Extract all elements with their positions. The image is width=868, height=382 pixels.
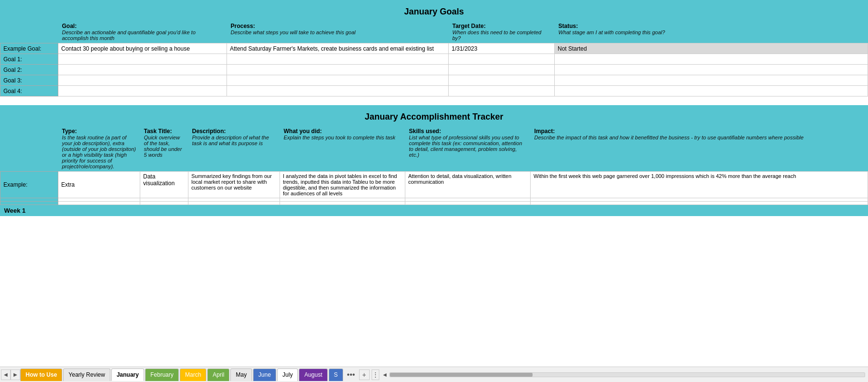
acc-example-skills[interactable]: Attention to detail, data visualization,…: [405, 172, 531, 198]
acc-1-type[interactable]: [58, 198, 140, 202]
tab-prev-btn[interactable]: ◀: [1, 369, 11, 380]
tab-january[interactable]: January: [111, 368, 144, 381]
acc-task-desc: Quick overview of the task, should be un…: [144, 135, 185, 158]
acc-2-desc[interactable]: [188, 202, 280, 205]
accomplishment-title: January Accomplishment Tracker: [0, 109, 868, 126]
acc-row-2: [0, 202, 868, 205]
scrollbar-area: ◄: [380, 371, 867, 378]
acc-row-1: [0, 198, 868, 202]
acc-desc-desc: Provide a description of what the task i…: [192, 135, 276, 146]
acc-what-desc: Explain the steps you took to complete t…: [284, 135, 401, 140]
goal-1-status[interactable]: [555, 54, 868, 65]
scrollbar-track[interactable]: [389, 372, 865, 377]
tab-options-btn[interactable]: ⋮: [372, 369, 379, 380]
acc-2-task[interactable]: [140, 202, 188, 205]
acc-1-skills[interactable]: [405, 198, 531, 202]
acc-row-label-example: Example:: [0, 172, 58, 198]
goals-table: Goal: Describe an actionable and quantif…: [0, 21, 868, 96]
tab-july[interactable]: July: [277, 368, 298, 381]
goal-row-label-2: Goal 2:: [0, 65, 58, 75]
goal-1-target[interactable]: [449, 54, 555, 65]
goal-row-label-3: Goal 3:: [0, 75, 58, 86]
goal-3-status[interactable]: [555, 75, 868, 86]
acc-type-desc: Is the task routine (a part of your job …: [62, 135, 136, 169]
acc-impact-label: Impact:: [534, 128, 864, 135]
goals-title: January Goals: [0, 4, 868, 21]
goal-1-goal[interactable]: [58, 54, 227, 65]
week-label: Week 1: [0, 205, 868, 217]
tab-how-to-use[interactable]: How to Use: [20, 368, 62, 381]
goal-example-target[interactable]: 1/31/2023: [449, 43, 555, 54]
tab-next-btn[interactable]: ▶: [11, 369, 20, 380]
goal-2-goal[interactable]: [58, 65, 227, 75]
accomplishment-section: January Accomplishment Tracker Type: Is …: [0, 105, 868, 216]
tab-august[interactable]: August: [299, 368, 327, 381]
goal-4-status[interactable]: [555, 86, 868, 96]
tab-march[interactable]: March: [180, 368, 206, 381]
goal-row-label-example: Example Goal:: [0, 43, 58, 54]
acc-2-impact[interactable]: [531, 202, 868, 205]
status-col-label: Status:: [559, 23, 864, 29]
acc-impact-desc: Describe the impact of this task and how…: [534, 135, 864, 140]
goal-row-label-1: Goal 1:: [0, 54, 58, 65]
acc-skills-desc: List what type of professional skills yo…: [409, 135, 527, 158]
acc-what-label: What you did:: [284, 128, 401, 135]
goal-col-desc: Describe an actionable and quantifiable …: [62, 29, 223, 41]
tab-more-btn[interactable]: •••: [344, 370, 358, 379]
goal-col-label: Goal:: [62, 23, 223, 29]
goal-example-process[interactable]: Attend Saturday Farmer's Markets, create…: [227, 43, 449, 54]
acc-2-skills[interactable]: [405, 202, 531, 205]
acc-example-desc[interactable]: Summarized key findings from our local m…: [188, 172, 280, 198]
tab-s[interactable]: S: [329, 368, 343, 381]
goal-example-goal[interactable]: Contact 30 people about buying or sellin…: [58, 43, 227, 54]
goal-example-row: Example Goal: Contact 30 people about bu…: [0, 43, 868, 54]
goal-row-2: Goal 2:: [0, 65, 868, 75]
goal-2-target[interactable]: [449, 65, 555, 75]
acc-1-what[interactable]: [280, 198, 405, 202]
goal-3-target[interactable]: [449, 75, 555, 86]
tab-may[interactable]: May: [230, 368, 252, 381]
goal-1-process[interactable]: [227, 54, 449, 65]
acc-example-type[interactable]: Extra: [58, 172, 140, 198]
process-col-desc: Describe what steps you will take to ach…: [231, 29, 445, 35]
tab-bar: ◀ ▶ How to Use Yearly Review January Feb…: [0, 367, 868, 382]
target-col-label: Target Date:: [453, 23, 551, 29]
goal-4-process[interactable]: [227, 86, 449, 96]
goal-3-process[interactable]: [227, 75, 449, 86]
acc-row-label-2: [0, 202, 58, 205]
acc-example-impact[interactable]: Within the first week this web page garn…: [531, 172, 868, 198]
week-row: Week 1: [0, 205, 868, 217]
goal-example-status[interactable]: Not Started: [555, 43, 868, 54]
acc-skills-label: Skills used:: [409, 128, 527, 135]
goal-row-3: Goal 3:: [0, 75, 868, 86]
goal-row-4: Goal 4:: [0, 86, 868, 96]
goal-2-status[interactable]: [555, 65, 868, 75]
tab-april[interactable]: April: [207, 368, 229, 381]
tab-february[interactable]: February: [145, 368, 179, 381]
status-col-desc: What stage am I at with completing this …: [559, 29, 864, 35]
acc-2-what[interactable]: [280, 202, 405, 205]
tab-june[interactable]: June: [253, 368, 276, 381]
goal-row-label-4: Goal 4:: [0, 86, 58, 96]
goal-2-process[interactable]: [227, 65, 449, 75]
acc-example-what[interactable]: I analyzed the data in pivot tables in e…: [280, 172, 405, 198]
process-col-label: Process:: [231, 23, 445, 29]
goal-row-1: Goal 1:: [0, 54, 868, 65]
goal-4-goal[interactable]: [58, 86, 227, 96]
acc-desc-label: Description:: [192, 128, 276, 135]
scrollbar-thumb: [390, 373, 532, 377]
acc-1-desc[interactable]: [188, 198, 280, 202]
goals-header-row: Goal: Describe an actionable and quantif…: [0, 21, 868, 43]
goal-3-goal[interactable]: [58, 75, 227, 86]
acc-task-label: Task Title:: [144, 128, 185, 135]
acc-row-label-1: [0, 198, 58, 202]
goal-4-target[interactable]: [449, 86, 555, 96]
acc-example-task[interactable]: Data visualization: [140, 172, 188, 198]
tab-add-btn[interactable]: +: [359, 369, 370, 380]
acc-1-impact[interactable]: [531, 198, 868, 202]
acc-type-label: Type:: [62, 128, 136, 135]
acc-1-task[interactable]: [140, 198, 188, 202]
tab-yearly-review[interactable]: Yearly Review: [63, 368, 110, 381]
acc-2-type[interactable]: [58, 202, 140, 205]
scroll-left-icon[interactable]: ◄: [382, 371, 388, 378]
